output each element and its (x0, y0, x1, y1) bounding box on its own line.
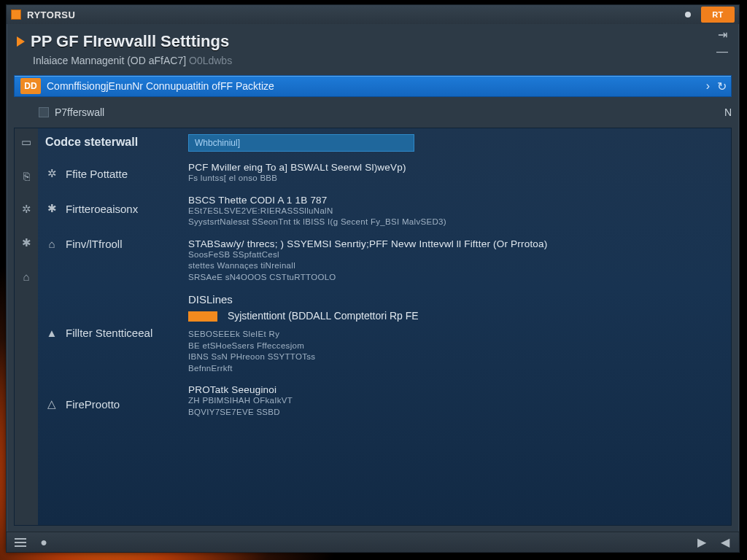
breadcrumb-bar[interactable]: DD ComnffisiongjEnunNr Connupuatitin ofF… (14, 75, 732, 97)
toolstrip: P7fferswall N (14, 101, 732, 123)
block-head: PCF Mviller eing To a] BSWALt Seerwl Sl)… (188, 162, 721, 173)
app-icon (11, 9, 21, 20)
sidebar-item-1[interactable]: ✱ Firtteroeaisonx (45, 198, 179, 219)
block-line: IBNS SsN PHreoon SSYTTOTss (188, 351, 721, 363)
status-bar: ● ▶ ◀ (7, 532, 739, 552)
home-icon: ⌂ (45, 237, 58, 250)
minimize-dot[interactable] (685, 12, 691, 18)
sidebar-item-0[interactable]: ✲ Ffite Pottatte (45, 163, 179, 184)
subtitle: Inlaiace Mannagenit (OD aFfAC7] O0Ldwbs (17, 55, 729, 66)
play-icon[interactable]: ◀ (719, 536, 732, 549)
block-line: BefnnErrkft (188, 363, 721, 375)
sidebar-item-label: Fillter Stentticeeal (66, 327, 152, 339)
block-3: SEBOSEEEk SleIEt Ry BE etSHoeSsers Fffec… (188, 329, 721, 374)
toolstrip-right: N (724, 106, 732, 118)
asterisk-icon: ✱ (45, 202, 58, 215)
sidebar-item-2[interactable]: ⌂ Finv/lTfrooll (45, 233, 179, 254)
block-line: ESt7ESLSVE2VE:RIERASSSlluNalN (188, 206, 721, 217)
filter-input[interactable]: Whbchiniul] (188, 134, 414, 152)
close-label: RT (712, 10, 724, 19)
doc-icon[interactable]: ▭ (20, 136, 33, 149)
home-icon[interactable]: ⌂ (20, 270, 33, 283)
subtitle-muted: O0Ldwbs (189, 55, 232, 66)
block-4: PROTatk Seeuginoi ZH PBIMSIHAH OFkaIkVT … (188, 384, 721, 418)
body: ▭ ⎘ ✲ ✱ ⌂ Codce steterwall ✲ Ffite Potta… (14, 128, 732, 526)
page-title: PP GF FIrewvalll Setttings (31, 32, 229, 51)
sidebar-item-label: Finv/lTfrooll (66, 238, 123, 250)
sidebar-heading: Codce steterwall (45, 136, 179, 149)
pin-icon[interactable]: ⇥ (714, 28, 730, 40)
refresh-icon[interactable]: ↻ (717, 79, 727, 93)
section-label: DISLines (188, 293, 721, 306)
block-head: STABSaw/y/ threcs; ) SSYEMSI Senrtiy;PFF… (188, 238, 721, 249)
block-head: PROTatk Seeuginoi (188, 384, 721, 395)
filter-input-value: Whbchiniul] (195, 138, 240, 148)
block-line: BE etSHoeSsers Fffeccesjom (188, 341, 721, 352)
breadcrumb-text: ComnffisiongjEnunNr Connupuatitin ofFF P… (47, 80, 274, 92)
header: PP GF FIrewvalll Setttings Inlaiace Mann… (7, 24, 739, 69)
sidebar-item-4[interactable]: △ FireProotto (45, 394, 179, 414)
sidebar-item-label: Firtteroeaisonx (66, 203, 138, 215)
block-1: BSCS Thette CODI A 1 1B 787 ESt7ESLSVE2V… (188, 195, 721, 228)
block-2: STABSaw/y/ threcs; ) SSYEMSI Senrtiy;PFF… (188, 238, 721, 284)
title-bar: RYTORSU RT (7, 5, 739, 24)
plug-icon[interactable]: ⎘ (20, 169, 33, 182)
sidebar-item-label: Ffite Pottatte (66, 168, 128, 180)
block-0: PCF Mviller eing To a] BSWALt Seerwl Sl)… (188, 162, 721, 184)
block-head: BSCS Thette CODI A 1 1B 787 (188, 195, 721, 206)
page-title-chevron-icon (17, 36, 25, 47)
app-window: RYTORSU RT PP GF FIrewvalll Setttings In… (6, 4, 740, 553)
content-pane: Whbchiniul] PCF Mviller eing To a] BSWAL… (184, 128, 731, 525)
block-line: SoosFeSB SSpfattCesl (188, 249, 721, 261)
gear-icon: ✲ (45, 167, 58, 180)
minimize-icon[interactable]: — (714, 46, 730, 58)
window-title: RYTORSU (27, 9, 75, 20)
sidebar-item-3[interactable]: ▲ Fillter Stentticeeal (45, 322, 179, 343)
icon-rail: ▭ ⎘ ✲ ✱ ⌂ (15, 128, 38, 525)
sidebar: Codce steterwall ✲ Ffite Pottatte ✱ Firt… (38, 128, 184, 525)
fire-icon: ▲ (45, 326, 58, 339)
gear-icon[interactable]: ✲ (20, 203, 33, 216)
block-line: stettes Wannaçes tiNreinall (188, 260, 721, 272)
breadcrumb-badge: DD (20, 78, 41, 94)
close-button[interactable]: RT (701, 7, 735, 23)
block-line: SEBOSEEEk SleIEt Ry (188, 329, 721, 341)
sidebar-item-label: FireProotto (66, 398, 120, 411)
block-line: BQVIY7SE7EVE SSBD (188, 407, 721, 419)
toolstrip-icon (39, 107, 49, 117)
asterisk-icon[interactable]: ✱ (20, 236, 33, 249)
block-line: Fs luntss[ el onso BBB (188, 173, 721, 184)
menu-icon[interactable] (14, 536, 27, 549)
section-row: Syjstienttiont (BDDALL Comptettori Rp FE (188, 310, 721, 322)
status-dot-icon[interactable]: ● (37, 536, 50, 549)
upload-icon: △ (45, 397, 58, 411)
play-left-icon[interactable]: ▶ (695, 536, 708, 549)
block-line: SRSAeE sN4OOOS CSTtuRTTOOLO (188, 272, 721, 284)
next-icon[interactable]: › (706, 79, 710, 93)
block-line: ZH PBIMSIHAH OFkaIkVT (188, 395, 721, 407)
section-row-text: Syjstienttiont (BDDALL Comptettori Rp FE (228, 310, 419, 322)
block-line: SyystsrtNalesst SSeonTnt tk lBISS I(g Se… (188, 217, 721, 228)
section-marker-icon (188, 311, 217, 322)
subtitle-main: Inlaiace Mannagenit (OD aFfAC7] (33, 55, 186, 66)
toolstrip-label: P7fferswall (55, 106, 104, 118)
